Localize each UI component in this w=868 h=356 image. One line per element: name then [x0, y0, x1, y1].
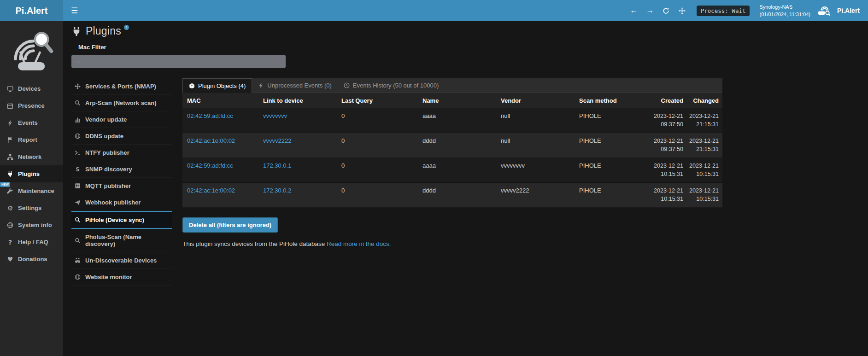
plugin-item-label: PiHole (Device sync)	[85, 216, 144, 223]
plugin-item-pihole-device-sync[interactable]: PiHole (Device sync)	[71, 211, 172, 229]
device-link[interactable]: vvvvvvvv	[258, 108, 337, 133]
table-cell: vvvvvvvv	[496, 158, 575, 183]
table-cell: PIHOLE	[575, 183, 651, 208]
cube-icon	[189, 83, 195, 89]
plugin-objects-table: MACLink to deviceLast QueryNameVendorSca…	[182, 93, 722, 208]
column-header-vendor: Vendor	[496, 93, 575, 108]
sidebar-item-plugins[interactable]: Plugins	[0, 165, 63, 182]
plugin-item-pholus-scan[interactable]: Pholus-Scan (Name discovery)	[71, 229, 172, 252]
plugin-item-ddns-update[interactable]: DDNS update	[71, 128, 172, 145]
plugin-item-label: Services & Ports (NMAP)	[85, 83, 156, 90]
plugin-item-snmp-discovery[interactable]: SSNMP discovery	[71, 161, 172, 178]
table-cell: 0	[337, 108, 418, 133]
sidebar: DevicesPresenceEventsReportNetworkPlugin…	[0, 21, 63, 356]
column-header-last-query: Last Query	[337, 93, 418, 108]
plugins-page-icon	[71, 26, 82, 36]
nav-forward-icon[interactable]: →	[645, 6, 655, 15]
tab-unprocessed-events[interactable]: Unprocessed Events (0)	[252, 78, 337, 93]
table-cell: 2023-12-2109:37:50	[651, 133, 687, 158]
sidebar-item-settings[interactable]: ⚙Settings	[0, 199, 63, 216]
plugin-item-mqtt-publisher[interactable]: MQTT publisher	[71, 178, 172, 194]
mac-link[interactable]: 02:42:ac:1e:00:02	[182, 183, 258, 208]
tab-events-history[interactable]: Events History (50 out of 10000)	[338, 78, 445, 93]
plugin-item-ntfy-publisher[interactable]: NTFY publisher	[71, 145, 172, 161]
sidebar-item-label: Donations	[18, 256, 47, 263]
sidebar-item-label: Events	[18, 119, 38, 126]
table-cell: 2023-12-2121:15:31	[687, 108, 722, 133]
sidebar-item-label: Network	[18, 153, 41, 160]
plugin-item-label: Webhook publisher	[85, 199, 141, 206]
table-cell: dddd	[418, 133, 496, 158]
plugin-item-webhook-publisher[interactable]: Webhook publisher	[71, 194, 172, 211]
pialert-device-icon	[817, 6, 830, 16]
main-row: DevicesPresenceEventsReportNetworkPlugin…	[0, 21, 868, 356]
table-row: 02:42:ac:1e:00:02vvvvv22220ddddnullPIHOL…	[182, 133, 722, 158]
table-cell: 2023-12-2109:37:50	[651, 108, 687, 133]
chart-icon	[74, 117, 81, 123]
presence-icon	[6, 103, 14, 109]
delete-all-button[interactable]: Delete all (filters are ignored)	[182, 217, 278, 233]
sidebar-item-label: Presence	[18, 102, 45, 109]
plugin-description: This plugin syncs devices from the PiHol…	[182, 240, 722, 247]
plugin-item-label: DDNS update	[85, 133, 123, 140]
sidebar-item-presence[interactable]: Presence	[0, 97, 63, 114]
table-cell: null	[496, 108, 575, 133]
plugin-tabs: Plugin Objects (4)Unprocessed Events (0)…	[182, 78, 722, 93]
sidebar-item-maintenance[interactable]: MaintenanceNEW	[0, 182, 63, 199]
plugin-item-label: MQTT publisher	[85, 182, 131, 189]
plugin-item-label: Pholus-Scan (Name discovery)	[85, 233, 169, 247]
mac-filter-input[interactable]	[71, 55, 286, 68]
table-cell: vvvvv2222	[496, 183, 575, 208]
s-icon: S	[74, 167, 81, 172]
sidebar-item-donations[interactable]: ♥Donations	[0, 251, 63, 268]
device-link[interactable]: vvvvv2222	[258, 133, 337, 158]
refresh-icon[interactable]	[662, 6, 671, 15]
sidebar-item-report[interactable]: Report	[0, 131, 63, 148]
events-icon	[6, 120, 14, 126]
sidebar-item-system-info[interactable]: System info	[0, 216, 63, 233]
table-cell: PIHOLE	[575, 108, 651, 133]
sidebar-item-network[interactable]: Network	[0, 148, 63, 165]
search-icon	[74, 100, 81, 106]
send-icon	[74, 199, 81, 205]
host-info: Synology-NAS (01/01/2024, 11:31:04)	[759, 3, 810, 18]
device-link[interactable]: 172.30.0.1	[258, 158, 337, 183]
help-icon: ?	[6, 239, 14, 245]
mac-link[interactable]: 02:42:ac:1e:00:02	[182, 133, 258, 158]
table-cell: aaaa	[418, 108, 496, 133]
sidebar-item-events[interactable]: Events	[0, 114, 63, 131]
sidebar-toggle-button[interactable]: ☰	[63, 7, 86, 15]
brand-logo[interactable]: Pi.Alert	[0, 0, 63, 21]
tab-label: Plugin Objects (4)	[198, 82, 246, 89]
docs-info-badge[interactable]: ?	[124, 25, 129, 30]
tab-label: Events History (50 out of 10000)	[353, 82, 439, 89]
mac-link[interactable]: 02:42:59:ad:fd:cc	[182, 158, 258, 183]
hamburger-icon: ☰	[71, 6, 78, 15]
plugin-item-label: Un-Discoverable Devices	[85, 257, 157, 264]
pialert-logo	[0, 21, 63, 80]
table-cell: 2023-12-2121:15:31	[687, 133, 722, 158]
donations-icon: ♥	[6, 256, 14, 263]
move-icon[interactable]	[678, 6, 687, 15]
table-row: 02:42:59:ad:fd:ccvvvvvvvv0aaaanullPIHOLE…	[182, 108, 722, 133]
device-link[interactable]: 172.30.0.2	[258, 183, 337, 208]
table-body: 02:42:59:ad:fd:ccvvvvvvvv0aaaanullPIHOLE…	[182, 108, 722, 208]
plugin-item-un-discoverable-devices[interactable]: Un-Discoverable Devices	[71, 252, 172, 269]
plugin-item-services-ports-nmap[interactable]: Services & Ports (NMAP)	[71, 78, 172, 95]
plugin-item-website-monitor[interactable]: Website monitor	[71, 269, 172, 286]
plugin-description-text: This plugin syncs devices from the PiHol…	[182, 240, 325, 247]
tab-plugin-objects[interactable]: Plugin Objects (4)	[182, 78, 252, 93]
plugins-icon	[6, 171, 14, 177]
mac-filter-block: Mac Filter	[71, 44, 868, 68]
system-info-icon	[6, 222, 14, 228]
plugin-item-arp-scan[interactable]: Arp-Scan (Network scan)	[71, 95, 172, 111]
plugin-item-vendor-update[interactable]: Vendor update	[71, 111, 172, 128]
devices-icon	[6, 86, 14, 92]
nav-back-icon[interactable]: ←	[629, 6, 639, 15]
sidebar-item-label: System info	[18, 222, 52, 228]
sidebar-item-help-faq[interactable]: ?Help / FAQ	[0, 233, 63, 251]
mac-link[interactable]: 02:42:59:ad:fd:cc	[182, 108, 258, 133]
sidebar-item-devices[interactable]: Devices	[0, 80, 63, 97]
docs-link[interactable]: Read more in the docs.	[327, 240, 391, 247]
table-row: 02:42:ac:1e:00:02172.30.0.20ddddvvvvv222…	[182, 183, 722, 208]
